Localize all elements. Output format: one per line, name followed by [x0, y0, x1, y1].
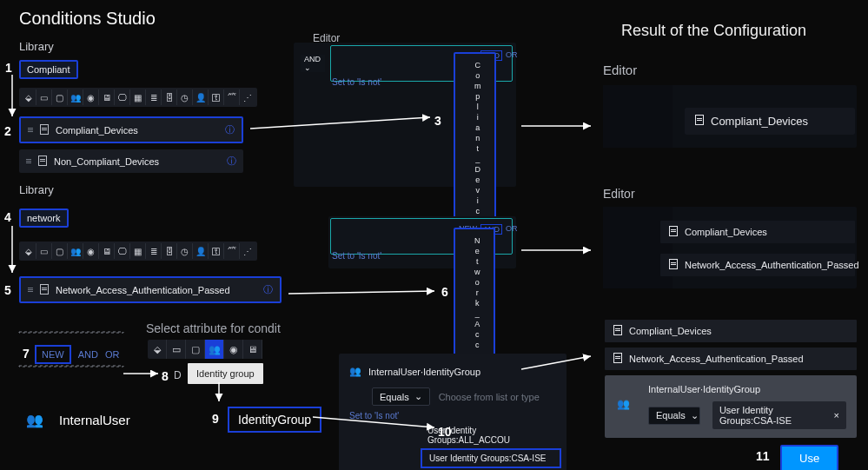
key-icon[interactable]: ⚿: [209, 243, 224, 259]
tree-icon[interactable]: ⺮: [224, 89, 240, 105]
wifi-icon[interactable]: ⋰: [240, 89, 255, 105]
attr-iconbar: ⬙ ▭ ▢ 👥 ◉ 🖥: [148, 340, 262, 359]
db-icon[interactable]: 🗄: [162, 243, 177, 259]
editor-label-r2: Editor: [603, 187, 635, 201]
library2-search[interactable]: network: [19, 209, 69, 228]
set-to-isnot-3[interactable]: Set to 'Is not': [344, 409, 561, 422]
users-icon: 👥: [26, 412, 43, 428]
users-icon: 👥: [617, 398, 630, 410]
mini-or[interactable]: OR: [506, 50, 518, 61]
lib1-item-2-label: Non_Compliant_Devices: [54, 156, 159, 167]
result-row-5: Network_Access_Authentication_Passed: [605, 348, 857, 370]
card-icon[interactable]: ▭: [36, 89, 52, 105]
use-button[interactable]: Use: [780, 445, 838, 470]
group-icon[interactable]: 👥: [68, 243, 83, 259]
result-row-1: Compliant_Devices: [685, 108, 855, 135]
step-2: 2: [4, 124, 11, 138]
pin-icon[interactable]: ⬙: [21, 89, 36, 105]
set-to-2[interactable]: Set to 'Is not': [332, 251, 381, 261]
step-3: 3: [434, 114, 441, 128]
dropdown-header: 👥 InternalUser·IdentityGroup: [344, 362, 561, 381]
clock-icon[interactable]: ◷: [177, 243, 193, 259]
result-row-4: Compliant_Devices: [605, 320, 857, 342]
user-icon[interactable]: 👤: [193, 89, 209, 105]
lib1-item-noncompliant[interactable]: Non_Compliant_Devices ⓘ: [19, 149, 243, 173]
monitor-icon[interactable]: 🖥: [99, 243, 115, 259]
step-10: 10: [438, 425, 452, 439]
key-icon[interactable]: ⚿: [209, 89, 224, 105]
close-icon[interactable]: ×: [834, 410, 839, 420]
mini-or[interactable]: OR: [506, 224, 518, 235]
square-icon[interactable]: ▢: [186, 340, 205, 359]
pin-icon[interactable]: ⬙: [148, 340, 167, 359]
tree-icon[interactable]: ⺮: [224, 243, 240, 259]
value-input[interactable]: Choose from list or type: [439, 392, 540, 402]
doc-icon: [695, 115, 704, 128]
final-operator[interactable]: Equals ⌄: [648, 407, 700, 425]
square-icon[interactable]: ▢: [52, 243, 68, 259]
dictionary-name: InternalUser: [59, 413, 130, 427]
or-toggle[interactable]: OR: [105, 349, 120, 360]
doclib-icon: [40, 124, 49, 136]
lib1-item-compliant[interactable]: Compliant_Devices ⓘ: [19, 116, 243, 143]
dictionary-item[interactable]: 👥 InternalUser: [26, 412, 130, 428]
page-title: Conditions Studio: [19, 9, 156, 29]
dropdown-header-text: InternalUser·IdentityGroup: [368, 367, 480, 377]
svg-rect-10: [19, 332, 123, 333]
info-icon[interactable]: ⓘ: [263, 283, 273, 296]
group-icon[interactable]: 👥: [68, 89, 83, 105]
bars-icon[interactable]: ≣: [146, 89, 162, 105]
wifi-icon[interactable]: ⋰: [240, 243, 255, 259]
monitor2-icon[interactable]: 🖵: [115, 243, 130, 259]
db-icon[interactable]: 🗄: [162, 89, 177, 105]
set-to-1[interactable]: Set to 'Is not': [332, 77, 381, 87]
library1-search[interactable]: Compliant: [19, 60, 78, 79]
drag-handle-icon[interactable]: [28, 288, 33, 292]
monitor-icon[interactable]: 🖥: [99, 89, 115, 105]
operator-select[interactable]: Equals ⌄: [372, 387, 430, 406]
dictionary-hint: D: [174, 369, 182, 381]
lib2-item-netaccess[interactable]: Network_Access_Authentication_Passed ⓘ: [19, 276, 282, 303]
window-icon[interactable]: ▦: [130, 89, 146, 105]
lib2-item-1-label: Network_Access_Authentication_Passed: [56, 285, 230, 295]
info-icon[interactable]: ⓘ: [225, 123, 235, 136]
user-icon[interactable]: 👤: [193, 243, 209, 259]
result-title: Result of the Configuration: [621, 22, 806, 40]
globe-icon[interactable]: ◉: [224, 340, 243, 359]
identity-group-icon[interactable]: 👥: [205, 340, 224, 359]
final-value[interactable]: User Identity Groups:CSA-ISE ×: [712, 401, 846, 429]
card-icon[interactable]: ▭: [167, 340, 186, 359]
doc-icon: [613, 353, 622, 365]
new-toggle[interactable]: NEW: [35, 345, 71, 364]
chevron-down-icon: ⌄: [691, 410, 699, 421]
drag-handle-icon[interactable]: [26, 159, 31, 163]
info-icon[interactable]: ⓘ: [227, 155, 236, 168]
step-6: 6: [441, 285, 448, 299]
result-4-label: Compliant_Devices: [629, 326, 712, 336]
operator-value: Equals: [380, 392, 409, 402]
monitor2-icon[interactable]: 🖵: [115, 89, 130, 105]
bars-icon[interactable]: ≣: [146, 243, 162, 259]
card-icon[interactable]: ▭: [36, 243, 52, 259]
tooltip-identity-group: Identity group: [188, 363, 263, 384]
svg-line-4: [288, 291, 434, 294]
result-tab-1[interactable]: [603, 85, 673, 148]
drag-handle-icon[interactable]: [28, 128, 33, 132]
square-icon[interactable]: ▢: [52, 89, 68, 105]
result-2-label: Compliant_Devices: [685, 227, 767, 237]
globe-icon[interactable]: ◉: [83, 243, 99, 259]
doc-icon: [613, 325, 622, 337]
and-cell[interactable]: AND ⌄: [301, 55, 325, 72]
library1-iconbar: ⬙ ▭ ▢ 👥 ◉ 🖥 🖵 ▦ ≣ 🗄 ◷ 👤 ⚿ ⺮ ⋰: [19, 88, 257, 107]
monitor-icon[interactable]: 🖥: [243, 340, 262, 359]
option-1[interactable]: User Identity Groups:CSA-ISE: [421, 448, 561, 468]
attribute-identitygroup[interactable]: IdentityGroup: [228, 407, 321, 433]
and-toggle[interactable]: AND: [78, 349, 98, 360]
editor-label-r1: Editor: [603, 63, 637, 77]
window-icon[interactable]: ▦: [130, 243, 146, 259]
result-5-label: Network_Access_Authentication_Passed: [629, 354, 804, 364]
globe-icon[interactable]: ◉: [83, 89, 99, 105]
clock-icon[interactable]: ◷: [177, 89, 193, 105]
step-11: 11: [756, 449, 770, 463]
pin-icon[interactable]: ⬙: [21, 243, 36, 259]
